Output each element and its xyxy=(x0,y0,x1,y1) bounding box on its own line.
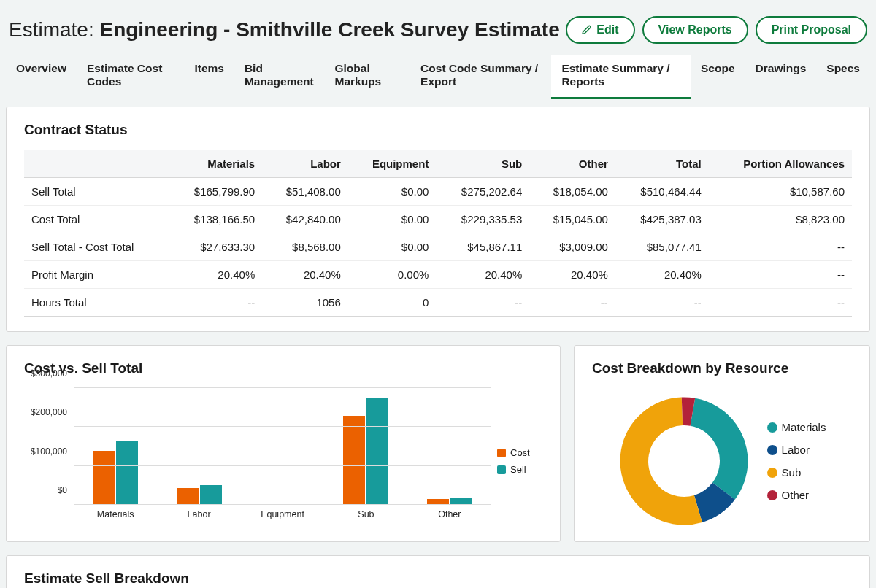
cell: $3,009.00 xyxy=(529,233,615,261)
header-buttons: Edit View Reports Print Proposal xyxy=(566,16,867,44)
cell: -- xyxy=(529,289,615,317)
legend-swatch-sell xyxy=(497,465,506,474)
donut-legend-materials: Materials xyxy=(767,421,826,433)
cell: -- xyxy=(615,289,709,317)
cell: $45,867.11 xyxy=(436,233,529,261)
donut-legend-other: Other xyxy=(767,489,826,501)
page-header: Estimate: Engineering - Smithville Creek… xyxy=(0,0,876,55)
bar-sell xyxy=(200,485,222,505)
cell: 20.40% xyxy=(529,261,615,289)
contract-status-card: Contract Status Materials Labor Equipmen… xyxy=(6,107,870,332)
table-row: Hours Total--10560-------- xyxy=(24,289,852,317)
legend-label-cost: Cost xyxy=(510,447,530,458)
pencil-icon xyxy=(582,25,592,35)
cell: 0 xyxy=(348,289,437,317)
tab-estimate-summary[interactable]: Estimate Summary / Reports xyxy=(551,55,691,99)
cell: 20.40% xyxy=(615,261,709,289)
bar-cost xyxy=(343,416,365,505)
donut-chart xyxy=(618,395,750,527)
x-label: Other xyxy=(408,509,491,519)
x-label: Sub xyxy=(324,509,407,519)
cell: $10,587.60 xyxy=(709,178,852,206)
cost-vs-sell-title: Cost vs. Sell Total xyxy=(24,360,542,376)
cell: $15,045.00 xyxy=(529,206,615,233)
y-tick: $100,000 xyxy=(31,446,67,457)
y-tick: $300,000 xyxy=(31,368,67,379)
row-label: Sell Total - Cost Total xyxy=(24,233,169,261)
bar-group xyxy=(74,441,157,505)
donut-label-labor: Labor xyxy=(782,444,810,456)
estimate-sell-breakdown-card: Estimate Sell Breakdown xyxy=(6,555,870,588)
x-label: Equipment xyxy=(241,509,324,519)
edit-button[interactable]: Edit xyxy=(566,16,634,44)
donut-legend: Materials Labor Sub Other xyxy=(767,421,826,501)
cell: $510,464.44 xyxy=(615,178,709,206)
legend-swatch-cost xyxy=(497,449,506,457)
cell: $18,054.00 xyxy=(529,178,615,206)
donut-legend-labor: Labor xyxy=(767,444,826,456)
col-materials: Materials xyxy=(169,150,262,178)
tab-overview[interactable]: Overview xyxy=(6,55,77,99)
y-tick: $200,000 xyxy=(31,407,67,417)
bar-chart: $0$100,000$200,000$300,000 MaterialsLabo… xyxy=(24,388,491,519)
gridline xyxy=(74,426,491,427)
row-label: Sell Total xyxy=(24,178,169,206)
bar-cost xyxy=(177,488,199,505)
tab-cost-code-summary[interactable]: Cost Code Summary / Export xyxy=(410,55,551,99)
x-labels: MaterialsLaborEquipmentSubOther xyxy=(74,509,491,519)
x-label: Labor xyxy=(157,509,240,519)
donut-legend-sub: Sub xyxy=(767,466,826,479)
cost-breakdown-title: Cost Breakdown by Resource xyxy=(592,360,852,376)
donut-label-materials: Materials xyxy=(782,421,826,433)
donut-swatch-other xyxy=(767,490,777,500)
tab-drawings[interactable]: Drawings xyxy=(745,55,817,99)
col-blank xyxy=(24,150,169,178)
tabs-bar: Overview Estimate Cost Codes Items Bid M… xyxy=(0,55,876,99)
x-label: Materials xyxy=(74,509,157,519)
legend-cost: Cost xyxy=(497,447,542,458)
cell: -- xyxy=(709,233,852,261)
print-proposal-button[interactable]: Print Proposal xyxy=(756,16,867,44)
cell: $0.00 xyxy=(348,206,437,233)
tab-items[interactable]: Items xyxy=(184,55,234,99)
tab-specs[interactable]: Specs xyxy=(816,55,870,99)
estimate-sell-breakdown-title: Estimate Sell Breakdown xyxy=(24,570,852,587)
table-row: Sell Total$165,799.90$51,408.00$0.00$275… xyxy=(24,178,852,206)
print-proposal-label: Print Proposal xyxy=(772,23,851,36)
cell: $425,387.03 xyxy=(615,206,709,233)
cost-vs-sell-card: Cost vs. Sell Total $0$100,000$200,000$3… xyxy=(6,345,561,542)
row-label: Cost Total xyxy=(24,206,169,233)
edit-button-label: Edit xyxy=(596,23,618,36)
col-labor: Labor xyxy=(262,150,348,178)
cell: -- xyxy=(709,261,852,289)
bar-sell xyxy=(366,398,388,505)
page-title: Estimate: Engineering - Smithville Creek… xyxy=(9,18,560,42)
gridline xyxy=(74,387,491,388)
bar-cost xyxy=(93,451,115,505)
tab-bid-management[interactable]: Bid Management xyxy=(234,55,325,99)
view-reports-button[interactable]: View Reports xyxy=(642,16,748,44)
tab-global-markups[interactable]: Global Markups xyxy=(325,55,411,99)
cell: $8,568.00 xyxy=(262,233,348,261)
cell: $8,823.00 xyxy=(709,206,852,233)
donut-wrap: Materials Labor Sub Other xyxy=(592,388,852,534)
view-reports-label: View Reports xyxy=(658,23,732,36)
bar-legend: Cost Sell xyxy=(491,388,542,534)
tab-scope[interactable]: Scope xyxy=(691,55,745,99)
col-sub: Sub xyxy=(436,150,529,178)
title-prefix: Estimate: xyxy=(9,18,99,41)
bar-chart-wrap: $0$100,000$200,000$300,000 MaterialsLabo… xyxy=(24,388,542,534)
y-axis: $0$100,000$200,000$300,000 xyxy=(24,388,72,505)
cell: 0.00% xyxy=(348,261,437,289)
table-header-row: Materials Labor Equipment Sub Other Tota… xyxy=(24,150,852,178)
cell: $0.00 xyxy=(348,178,437,206)
donut-swatch-labor xyxy=(767,445,777,455)
cell: $85,077.41 xyxy=(615,233,709,261)
cell: $275,202.64 xyxy=(436,178,529,206)
col-other: Other xyxy=(529,150,615,178)
contract-status-title: Contract Status xyxy=(24,122,852,138)
tab-estimate-cost-codes[interactable]: Estimate Cost Codes xyxy=(77,55,184,99)
cell: $42,840.00 xyxy=(262,206,348,233)
cell: $138,166.50 xyxy=(169,206,262,233)
cell: $165,799.90 xyxy=(169,178,262,206)
